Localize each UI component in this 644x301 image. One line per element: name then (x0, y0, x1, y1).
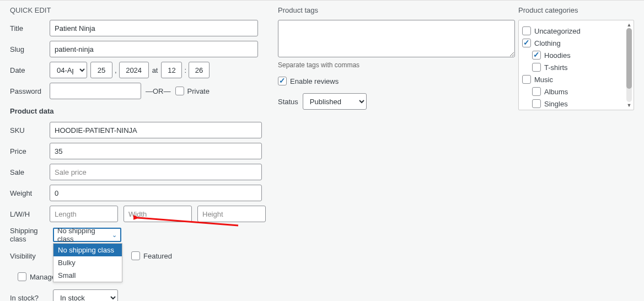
category-checkbox[interactable] (532, 87, 541, 96)
slug-input[interactable] (50, 41, 258, 57)
category-item: Uncategorized (522, 25, 630, 37)
product-categories-label: Product categories (518, 6, 638, 14)
sku-label: SKU (10, 126, 50, 135)
length-input[interactable] (50, 206, 118, 222)
width-input[interactable] (124, 206, 192, 222)
chevron-down-icon: ⌄ (112, 232, 117, 239)
date-minute-input[interactable] (189, 62, 210, 78)
date-comma: , (115, 66, 117, 74)
weight-label: Weight (10, 189, 50, 197)
date-hour-input[interactable] (161, 62, 182, 78)
category-label: Music (534, 76, 553, 84)
password-or-label: —OR— (146, 87, 171, 95)
category-item: T-shirts (522, 61, 630, 73)
sale-label: Sale (10, 168, 50, 176)
shipping-class-label: Shipping class (10, 227, 53, 243)
weight-input[interactable] (50, 185, 262, 201)
shipping-option-bulky[interactable]: Bulky (53, 256, 122, 269)
scroll-up-icon[interactable]: ▲ (627, 22, 632, 28)
title-label: Title (10, 24, 50, 33)
category-item: Music (522, 73, 630, 85)
category-label: T-shirts (544, 63, 568, 72)
date-at-label: at (152, 66, 158, 74)
private-checkbox[interactable] (175, 87, 184, 95)
shipping-class-select[interactable]: No shipping class ⌄ No shipping class Bu… (53, 228, 121, 242)
category-item: Singles (522, 98, 630, 110)
date-label: Date (10, 66, 50, 74)
shipping-option-small[interactable]: Small (53, 269, 122, 282)
shipping-option-none[interactable]: No shipping class (53, 244, 122, 256)
product-tags-textarea[interactable] (278, 20, 515, 57)
quick-edit-heading: QUICK EDIT (10, 6, 270, 14)
password-input[interactable] (50, 83, 141, 99)
enable-reviews-checkbox[interactable] (278, 77, 287, 85)
private-label: Private (187, 87, 210, 95)
category-checkbox[interactable] (522, 39, 531, 47)
sku-input[interactable] (50, 122, 262, 138)
price-label: Price (10, 147, 50, 155)
manage-stock-checkbox[interactable] (18, 272, 26, 281)
visibility-label: Visibility (10, 252, 53, 260)
category-item: Hoodies (522, 49, 630, 61)
category-checkbox[interactable] (522, 75, 531, 84)
date-colon: : (184, 66, 186, 74)
enable-reviews-label: Enable reviews (290, 77, 339, 85)
in-stock-label: In stock? (10, 294, 53, 302)
price-input[interactable] (50, 143, 262, 159)
featured-checkbox[interactable] (131, 251, 140, 260)
password-label: Password (10, 87, 50, 95)
category-checkbox[interactable] (532, 51, 541, 60)
date-year-input[interactable] (119, 62, 149, 78)
product-data-heading: Product data (10, 107, 270, 115)
category-label: Uncategorized (534, 27, 581, 35)
category-checkbox[interactable] (532, 99, 541, 108)
category-item: Clothing (522, 37, 630, 49)
status-select[interactable]: Published (303, 93, 367, 110)
lwh-label: L/W/H (10, 210, 50, 218)
sale-input[interactable] (50, 164, 262, 180)
shipping-class-dropdown: No shipping class Bulky Small (53, 243, 122, 282)
category-label: Hoodies (544, 51, 571, 60)
category-item: Albums (522, 85, 630, 98)
slug-label: Slug (10, 45, 50, 53)
scroll-down-icon[interactable]: ▼ (627, 102, 632, 109)
shipping-class-selected: No shipping class (57, 227, 112, 243)
status-label: Status (278, 98, 298, 106)
featured-label: Featured (143, 252, 172, 260)
categories-scrollbar[interactable]: ▲ ▼ (625, 22, 634, 109)
height-input[interactable] (197, 206, 266, 222)
category-checkbox[interactable] (532, 63, 541, 72)
in-stock-select[interactable]: In stock (53, 289, 118, 301)
product-tags-hint: Separate tags with commas (278, 61, 518, 69)
product-tags-label: Product tags (278, 6, 518, 14)
category-label: Singles (544, 100, 568, 108)
date-day-input[interactable] (90, 62, 112, 78)
title-input[interactable] (50, 20, 258, 36)
date-month-select[interactable]: 04-Apr (50, 62, 87, 78)
categories-box: UncategorizedClothingHoodiesT-shirtsMusi… (518, 20, 634, 110)
category-checkbox[interactable] (522, 26, 531, 35)
category-label: Clothing (534, 39, 561, 47)
category-label: Albums (544, 88, 568, 96)
